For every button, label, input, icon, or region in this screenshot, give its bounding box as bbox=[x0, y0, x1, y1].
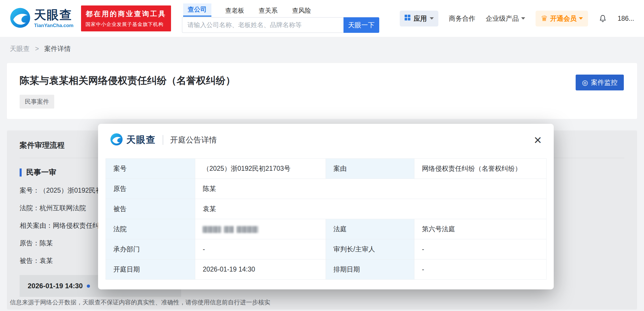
tianyancha-logo-icon bbox=[110, 133, 123, 147]
chevron-down-icon bbox=[430, 17, 434, 20]
promo-line-1: 都在用的商业查询工具 bbox=[86, 9, 166, 18]
search-button[interactable]: 天眼一下 bbox=[343, 17, 379, 33]
tianyancha-logo[interactable]: 天眼查 TianYanCha.com bbox=[10, 7, 74, 29]
modal-header: 天眼查 开庭公告详情 × bbox=[98, 124, 554, 153]
field-value: - bbox=[414, 259, 547, 280]
search-tab-risk[interactable]: 查风险 bbox=[292, 5, 312, 17]
user-phone[interactable]: 186... bbox=[617, 15, 634, 22]
field-label: 承办部门 bbox=[106, 239, 195, 259]
table-row: 案号（2025）浙0192民初21703号案由网络侵权责任纠纷（名誉权纠纷） bbox=[106, 159, 547, 179]
breadcrumb-separator: > bbox=[35, 45, 39, 52]
nav-enterprise-products[interactable]: 企业级产品 bbox=[486, 14, 525, 23]
apps-grid-icon bbox=[404, 14, 411, 22]
header-right-nav: 应用 商务合作 企业级产品 ♛ 开通会员 186... bbox=[400, 11, 634, 26]
footer-disclaimer: 信息来源于网络公开数据，天眼查不保证内容的真实性、准确性，请你使用信息前自行进一… bbox=[10, 298, 270, 306]
tianyancha-logo-icon bbox=[10, 7, 31, 29]
field-value: 袁某 bbox=[195, 199, 547, 219]
search-area: 查公司 查老板 查关系 查风险 天眼一下 bbox=[182, 4, 379, 33]
field-label: 法院 bbox=[106, 219, 195, 239]
vip-label: 开通会员 bbox=[550, 14, 577, 23]
case-monitor-button[interactable]: ◎ 案件监控 bbox=[576, 75, 624, 90]
timeline-dot-icon bbox=[87, 285, 90, 288]
field-value: （2025）浙0192民初21703号 bbox=[195, 159, 326, 179]
close-icon[interactable]: × bbox=[534, 133, 542, 147]
redacted-court-value bbox=[224, 226, 234, 233]
field-value: 第六号法庭 bbox=[414, 219, 547, 239]
promo-banner: 都在用的商业查询工具 国家中小企业发展子基金旗下机构 bbox=[81, 5, 171, 31]
modal-title: 开庭公告详情 bbox=[170, 135, 217, 145]
timeline-date: 2026-01-19 14:30 bbox=[28, 282, 83, 290]
stage-accent-bar bbox=[20, 168, 22, 177]
vip-upgrade-button[interactable]: ♛ 开通会员 bbox=[536, 11, 588, 26]
monitor-icon: ◎ bbox=[582, 79, 588, 86]
crown-icon: ♛ bbox=[541, 15, 548, 22]
redacted-court-value bbox=[237, 226, 258, 233]
field-label: 案由 bbox=[326, 159, 414, 179]
field-value: 陈某 bbox=[195, 179, 547, 199]
apps-menu-label: 应用 bbox=[414, 14, 427, 23]
case-title-card: 陈某与袁某相关网络侵权责任纠纷（名誉权纠纷） 民事案件 ◎ 案件监控 bbox=[7, 63, 637, 119]
field-value: - bbox=[195, 239, 326, 259]
search-tab-boss[interactable]: 查老板 bbox=[225, 5, 245, 17]
field-label: 排期日期 bbox=[326, 259, 414, 280]
brand-domain: TianYanCha.com bbox=[34, 23, 74, 28]
divider bbox=[163, 135, 163, 145]
table-row: 法院法庭第六号法庭 bbox=[106, 219, 547, 239]
breadcrumb: 天眼查 > 案件详情 bbox=[10, 44, 644, 53]
hearing-detail-table: 案号（2025）浙0192民初21703号案由网络侵权责任纠纷（名誉权纠纷）原告… bbox=[106, 158, 547, 280]
table-row: 开庭日期2026-01-19 14:30排期日期- bbox=[106, 259, 547, 280]
case-type-badge: 民事案件 bbox=[20, 95, 54, 109]
table-row: 承办部门-审判长/主审人- bbox=[106, 239, 547, 259]
chevron-down-icon bbox=[579, 17, 583, 20]
chevron-down-icon bbox=[521, 17, 525, 20]
field-label: 被告 bbox=[106, 199, 195, 219]
search-tab-relation[interactable]: 查关系 bbox=[258, 5, 278, 17]
field-label: 原告 bbox=[106, 179, 195, 199]
field-label: 法庭 bbox=[326, 219, 414, 239]
nav-business-cooperation[interactable]: 商务合作 bbox=[449, 14, 475, 23]
page-title: 陈某与袁某相关网络侵权责任纠纷（名誉权纠纷） bbox=[20, 74, 624, 87]
promo-line-2: 国家中小企业发展子基金旗下机构 bbox=[86, 21, 166, 28]
notification-bell-icon[interactable] bbox=[598, 14, 607, 23]
hearing-detail-modal: 天眼查 开庭公告详情 × 案号（2025）浙0192民初21703号案由网络侵权… bbox=[98, 124, 554, 289]
table-row: 被告袁某 bbox=[106, 199, 547, 219]
field-label: 案号 bbox=[106, 159, 195, 179]
search-input[interactable] bbox=[182, 17, 343, 33]
field-value: 2026-01-19 14:30 bbox=[195, 259, 326, 280]
field-value: - bbox=[414, 239, 547, 259]
brand-name: 天眼查 bbox=[34, 9, 74, 21]
redacted-court-value bbox=[203, 226, 221, 233]
field-label: 开庭日期 bbox=[106, 259, 195, 280]
field-value: 网络侵权责任纠纷（名誉权纠纷） bbox=[414, 159, 547, 179]
field-value bbox=[195, 219, 326, 239]
search-tabs: 查公司 查老板 查关系 查风险 bbox=[182, 4, 379, 17]
breadcrumb-current: 案件详情 bbox=[44, 45, 71, 52]
search-tab-company[interactable]: 查公司 bbox=[183, 3, 211, 17]
top-header: 天眼查 TianYanCha.com 都在用的商业查询工具 国家中小企业发展子基… bbox=[0, 0, 644, 37]
table-row: 原告陈某 bbox=[106, 179, 547, 199]
modal-brand-name: 天眼查 bbox=[126, 134, 156, 146]
field-label: 审判长/主审人 bbox=[326, 239, 414, 259]
apps-menu[interactable]: 应用 bbox=[400, 11, 438, 26]
breadcrumb-home-link[interactable]: 天眼查 bbox=[10, 45, 30, 52]
